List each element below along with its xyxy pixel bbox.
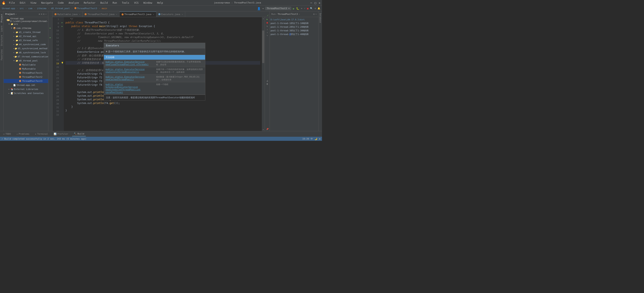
menu-navigate[interactable]: Navigate (40, 1, 55, 5)
scroll-down[interactable]: ▼ (263, 129, 264, 131)
run-button[interactable]: ▶ (293, 7, 294, 10)
breadcrumb-item-6[interactable]: main (102, 7, 107, 10)
tree-d2[interactable]: ► 📁 d2_thread_api (4, 34, 48, 38)
tree-mycallable[interactable]: C MyCallable (4, 63, 48, 67)
tree-src[interactable]: ▼ 📁 src (4, 22, 48, 26)
back-icon[interactable]: ◄ (262, 7, 264, 10)
menu-window[interactable]: Window (142, 1, 154, 5)
profile-button[interactable]: ⚡ (304, 7, 306, 10)
vtab-project[interactable]: Project (0, 12, 3, 24)
tree-d4[interactable]: ► 📁 d4_synchronized_code (4, 42, 48, 46)
print-icon[interactable]: 🖨 (266, 80, 268, 82)
run-gutter-icon-1[interactable]: ▶ (50, 27, 51, 29)
method-1[interactable]: public static ExecutorService newSingleT… (104, 67, 154, 75)
menu-build[interactable]: Build (99, 1, 109, 5)
collapse-icon[interactable]: ≡ (41, 13, 42, 16)
menu-edit[interactable]: Edit (18, 1, 27, 5)
tree-myrunnable[interactable]: C MyRunnable (4, 67, 48, 71)
tree-d3[interactable]: ► 📁 d3_thread_safe (4, 38, 48, 42)
coverage-button[interactable]: ☂ (301, 7, 302, 10)
tree-scratches[interactable]: ► 📝 Scratches and Consoles (4, 91, 48, 95)
notifications-icon[interactable]: 🔔 (318, 7, 320, 10)
settings-icon[interactable]: ⚙ (314, 7, 316, 10)
menu-code[interactable]: Code (56, 1, 66, 5)
bottom-tab-terminal[interactable]: ▸ Terminal (34, 132, 50, 136)
editor-scrollbar[interactable]: ▲ ▼ (262, 17, 265, 131)
tree-d7[interactable]: ► 📁 d7_thread_communication (4, 55, 48, 59)
bottom-tab-problems[interactable]: ⚠ Problems (15, 132, 31, 136)
clear-icon[interactable]: 🗑 (266, 83, 268, 85)
tab-threadpooltest3[interactable]: ThreadPoolTest3.java ✕ (120, 12, 156, 17)
breadcrumb-item-2[interactable]: com (28, 7, 32, 10)
menu-refactor[interactable]: Refactor (82, 1, 97, 5)
run-collapse-icon[interactable]: ─ (315, 13, 317, 16)
tab-tp3-close[interactable]: ✕ (153, 13, 154, 16)
bottom-tab-profiler[interactable]: 📊 Profiler (52, 132, 70, 136)
run-settings-icon[interactable]: ⚙ (313, 13, 315, 16)
rerun-icon[interactable]: ↻ (266, 25, 268, 28)
bottom-tab-build[interactable]: 🔨 Build (72, 132, 86, 136)
menu-file[interactable]: File (7, 1, 16, 5)
tree-root[interactable]: ▼ thread-app D:\code\javasepromax\thread… (4, 18, 48, 22)
menu-help[interactable]: Help (156, 1, 165, 5)
gear-icon[interactable]: ⚙ (43, 13, 44, 16)
menu-vcs[interactable]: VCS (132, 1, 140, 5)
breadcrumb-item-3[interactable]: itheima (37, 7, 46, 10)
gutter-run-9[interactable]: ▶ (60, 25, 64, 28)
breadcrumb-item-4[interactable]: d8_thread_pool (51, 7, 70, 10)
stop-button[interactable]: ■ (307, 7, 308, 10)
tree-d5[interactable]: ► 📁 d5_synchronized_method (4, 46, 48, 51)
stop-run-icon[interactable]: ■ (266, 21, 268, 24)
breadcrumb-item-1[interactable]: src (20, 7, 24, 10)
tree-iml[interactable]: 📄 thread-app.iml (4, 83, 48, 87)
breadcrumb-item-0[interactable]: thread-app (2, 7, 15, 10)
debug-button[interactable]: 🐛 (296, 7, 299, 10)
run-config-selector[interactable]: ThreadPoolTest3 ▾ (265, 7, 291, 10)
menu-view[interactable]: View (29, 1, 38, 5)
tree-threadpooltest3[interactable]: C ThreadPoolTest3 (4, 79, 48, 83)
tab-mycallable[interactable]: MyCallable.java ✕ (52, 12, 82, 17)
tree-d6[interactable]: ► 📁 d6_synchronized_lock (4, 51, 48, 55)
menu-run[interactable]: Run (111, 1, 119, 5)
menu-tools[interactable]: Tools (120, 1, 131, 5)
method-0[interactable]: public static ExecutorService newFixedTh… (104, 60, 154, 67)
tree-d1[interactable]: ► 📁 d1_create_thread (4, 30, 48, 34)
locate-icon[interactable]: ⊕ (39, 13, 40, 16)
maximize-button[interactable]: □ (314, 1, 316, 5)
tree-external-libs[interactable]: ► 📚 External Libraries (4, 87, 48, 91)
tree-threadpooltest2[interactable]: C ThreadPoolTest2 (4, 75, 48, 79)
bottom-tab-todo[interactable]: ☑ TODO (2, 132, 12, 136)
status-settings[interactable]: ⚙ (319, 138, 320, 140)
tab-tp2-close[interactable]: ✕ (116, 13, 117, 16)
minimize-button[interactable]: ─ (310, 1, 312, 5)
close-button[interactable]: ✕ (319, 1, 320, 5)
tree-threadpooltest1[interactable]: C ThreadPoolTest1 (4, 71, 48, 75)
vtab-learn[interactable]: Learn (0, 24, 3, 33)
tab-executors-close[interactable]: ✕ (182, 13, 183, 16)
method-3[interactable]: public static ScheduledExecutorService n… (104, 82, 154, 94)
run-gutter-icon-2[interactable]: ▶ (50, 37, 51, 39)
vtab-favorites[interactable]: Favorites (0, 48, 3, 62)
minimize-panel-icon[interactable]: ─ (45, 13, 46, 16)
tree-com-itheima[interactable]: ▼ 📦 com.itheima (4, 26, 48, 30)
tab-threadpooltest2[interactable]: ThreadPoolTest2.java ✕ (82, 12, 119, 17)
run-tab-close[interactable]: ✕ (298, 13, 300, 15)
database-tab[interactable]: Database (319, 12, 322, 25)
scroll-start-icon[interactable]: ↑ (266, 31, 268, 34)
tree-d8[interactable]: ▼ 📁 d8_thread_pool (4, 59, 48, 63)
method-2[interactable]: public static ExecutorService newCachedT… (104, 75, 154, 82)
breadcrumb-item-5[interactable]: ThreadPoolTest3 (74, 7, 97, 10)
search-button[interactable]: 🔍 (310, 7, 313, 10)
git-icon[interactable]: 👤 (257, 7, 260, 10)
project-dropdown-icon[interactable]: ▾ (16, 13, 16, 15)
status-encoding[interactable]: 中 (310, 137, 313, 140)
scroll-up[interactable]: ▲ (263, 18, 264, 20)
menu-analyze[interactable]: Analyze (67, 1, 80, 5)
gutter-run-8[interactable]: ▶ (60, 21, 64, 25)
tab-mycallable-close[interactable]: ✕ (79, 13, 80, 16)
run-config-icon[interactable]: ▶ (266, 18, 268, 21)
soft-wrap-icon[interactable]: ⤷ (266, 34, 268, 37)
scroll-end-icon[interactable]: ↓ (266, 28, 268, 31)
tab-executors[interactable]: Executors.java ✕ (156, 12, 185, 17)
vtab-structure[interactable]: Structure (0, 33, 3, 48)
